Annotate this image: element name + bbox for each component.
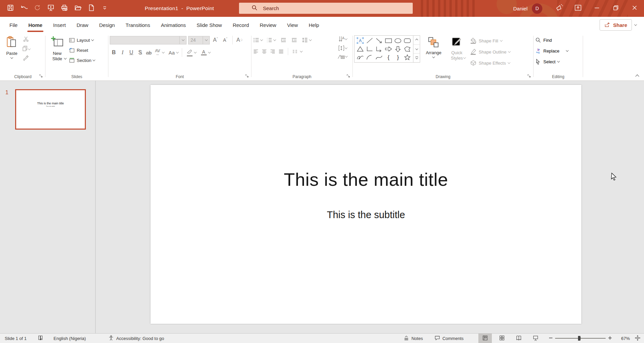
font-size-dropdown-icon[interactable] [203,36,209,44]
new-file-button[interactable] [86,3,97,14]
font-size-combobox[interactable]: 24 [188,36,210,44]
align-center-button[interactable] [261,48,267,55]
bold-button[interactable]: B [110,48,118,57]
copy-dropdown-icon[interactable] [28,47,31,50]
tab-record[interactable]: Record [227,17,254,33]
collapse-ribbon-button[interactable] [635,74,639,78]
underline-button[interactable]: U [127,48,135,57]
ribbon-display-options-button[interactable] [569,0,587,17]
shape-curve-icon[interactable] [374,53,384,62]
new-slide-button[interactable]: New Slide [47,34,68,60]
fit-slide-to-window-button[interactable] [635,335,641,342]
change-case-button[interactable]: Aa [168,48,176,57]
shapes-scroll-down-icon[interactable] [413,45,420,54]
layout-button[interactable]: Layout [68,35,96,45]
slide-subtitle-text[interactable]: This is the subtitle [150,209,581,220]
character-spacing-dropdown-icon[interactable] [162,50,165,53]
tab-file[interactable]: File [4,17,23,33]
paragraph-dialog-launcher[interactable] [346,74,350,79]
slide-editor[interactable]: This is the main title This is the subti… [150,85,581,324]
line-spacing-button[interactable] [302,37,308,43]
italic-button[interactable]: I [118,48,127,57]
align-text-button[interactable] [338,44,347,52]
language-button[interactable]: English (Nigeria) [54,336,86,341]
share-button[interactable]: Share [600,19,632,31]
cut-button[interactable] [22,35,30,44]
change-case-dropdown-icon[interactable] [176,50,179,53]
line-spacing-dropdown-icon[interactable] [309,38,312,41]
text-highlight-button[interactable] [185,48,194,57]
bullets-dropdown-icon[interactable] [260,38,263,41]
clipboard-dialog-launcher[interactable] [39,74,43,79]
columns-dropdown-icon[interactable] [300,49,303,52]
tab-insert[interactable]: Insert [48,17,71,33]
save-button[interactable] [5,3,16,14]
shape-star-icon[interactable] [403,53,412,62]
tab-home[interactable]: Home [23,17,48,33]
share-dropdown-icon[interactable] [634,23,637,26]
restore-button[interactable] [606,0,625,17]
shape-rectangle-icon[interactable] [384,36,393,45]
zoom-slider-handle[interactable] [578,336,580,341]
copy-button[interactable] [22,44,30,54]
align-right-button[interactable] [270,48,276,55]
text-direction-button[interactable]: A [338,35,347,43]
section-button[interactable]: Section [68,55,96,65]
shape-elbow-connector-icon[interactable] [365,45,374,53]
tab-slide-show[interactable]: Slide Show [191,17,227,33]
character-spacing-button[interactable]: AV↔ [154,48,162,57]
shape-effects-button[interactable]: Shape Effects [470,58,510,68]
slide-sorter-view-button[interactable] [495,334,509,343]
start-slideshow-button[interactable] [45,3,57,14]
undo-button[interactable] [18,3,30,14]
font-color-dropdown-icon[interactable] [208,50,211,53]
close-button[interactable] [625,0,644,17]
align-left-button[interactable] [253,48,259,55]
increase-indent-button[interactable] [291,37,298,43]
accessibility-button[interactable]: Accessibility: Good to go [108,335,164,342]
slide-thumbnail[interactable]: This is the main title This is the subti… [15,89,86,130]
font-dialog-launcher[interactable] [245,74,249,79]
shape-arc-icon[interactable] [365,53,374,62]
bullets-button[interactable] [253,37,260,43]
tab-review[interactable]: Review [255,17,282,33]
zoom-slider[interactable] [555,338,606,339]
format-painter-button[interactable] [22,54,30,63]
tab-design[interactable]: Design [94,17,120,33]
select-button[interactable]: Select [535,57,560,66]
avatar[interactable]: D [532,3,542,14]
shapes-scroll-up-icon[interactable] [413,36,420,45]
notes-button[interactable]: Notes [403,335,423,342]
shape-fill-button[interactable]: Shape Fill [470,36,510,45]
convert-to-smartart-button[interactable] [337,53,347,60]
shape-right-arrow-icon[interactable] [384,45,393,53]
numbering-button[interactable] [266,37,273,43]
replace-button[interactable]: bc Replace [535,46,568,56]
customize-qat-button[interactable] [99,3,110,14]
font-name-combobox[interactable] [110,36,187,44]
numbering-dropdown-icon[interactable] [273,38,276,41]
shape-arrow-icon[interactable] [374,36,384,45]
shape-scribble-icon[interactable] [355,53,365,62]
strikethrough-button[interactable]: ab [145,48,153,57]
decrease-indent-button[interactable] [280,37,287,43]
paste-dropdown-icon[interactable] [10,56,13,59]
highlight-dropdown-icon[interactable] [194,50,197,53]
quick-styles-button[interactable]: Quick Styles [447,34,467,59]
arrange-button[interactable]: Arrange [423,34,444,58]
tab-transitions[interactable]: Transitions [120,17,156,33]
print-preview-button[interactable] [59,3,70,14]
normal-view-button[interactable] [478,334,492,343]
zoom-level-button[interactable]: 67% [617,336,630,341]
shape-elbow-arrow-connector-icon[interactable] [374,45,384,53]
reset-button[interactable]: Reset [68,45,96,55]
shape-left-brace-icon[interactable]: { [384,53,393,62]
shapes-more-icon[interactable] [413,54,420,62]
zoom-out-button[interactable] [548,336,553,341]
slideshow-view-button[interactable] [529,334,542,343]
font-name-dropdown-icon[interactable] [179,36,186,44]
justify-button[interactable] [278,48,284,55]
tab-help[interactable]: Help [303,17,325,33]
redo-button[interactable] [32,3,43,14]
find-button[interactable]: Find [535,35,552,45]
